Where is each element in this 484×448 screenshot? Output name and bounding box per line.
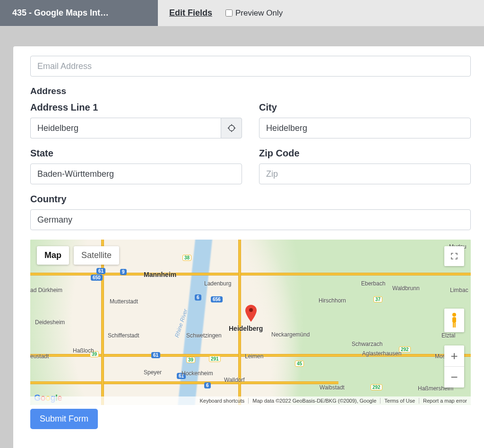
zoom-in-button[interactable]: +	[444, 345, 464, 366]
road-shield: 39	[186, 357, 195, 363]
autobahn-shield: 9	[120, 269, 127, 275]
svg-rect-9	[455, 323, 456, 327]
svg-rect-8	[453, 323, 454, 327]
zoom-control: + −	[444, 345, 464, 388]
zoom-out-button[interactable]: −	[444, 367, 464, 388]
road-shield: 37	[373, 296, 382, 302]
autobahn-shield: 61	[151, 352, 160, 358]
road-shield: 291	[209, 356, 221, 362]
map[interactable]: 61 650 9 6 656 61 61 6 38 39 39 291 37 2…	[30, 240, 471, 405]
autobahn-shield: 6	[195, 294, 201, 301]
form-card: Address Address Line 1	[13, 46, 484, 448]
autobahn-shield: 656	[211, 296, 223, 302]
fullscreen-icon	[450, 252, 458, 260]
keyboard-shortcuts-link[interactable]: Keyboard shortcuts	[196, 398, 248, 404]
address1-input[interactable]	[30, 118, 221, 138]
country-label: Country	[30, 194, 471, 205]
town-label: Leimen	[245, 353, 263, 360]
city-input[interactable]	[259, 118, 471, 138]
town-label: Hirschhorn	[319, 297, 346, 304]
preview-only-checkbox[interactable]	[225, 9, 233, 17]
town-label: eustadt	[30, 353, 49, 360]
preview-only-label: Preview Only	[235, 9, 283, 18]
preview-only-toggle[interactable]: Preview Only	[225, 9, 283, 18]
road-shield: 38	[182, 255, 191, 261]
town-label: Heidelberg	[229, 325, 263, 332]
locate-button[interactable]	[221, 118, 242, 138]
autobahn-shield: 650	[91, 275, 103, 281]
svg-point-6	[452, 313, 456, 317]
town-label: Hockenheim	[182, 370, 213, 377]
topbar: 435 - Google Maps Int… Edit Fields Previ…	[0, 0, 484, 26]
road	[30, 381, 338, 384]
town-label: Schwarzach	[352, 341, 382, 347]
road-shield: 45	[295, 361, 304, 367]
town-label: Schwetzingen	[186, 332, 222, 339]
town-label: Neckargemünd	[271, 331, 310, 338]
town-label: Aglasterhausen	[362, 350, 401, 357]
autobahn-shield: 61	[96, 268, 105, 274]
report-error-link[interactable]: Report a map error	[419, 398, 471, 404]
svg-point-0	[229, 125, 234, 131]
map-type-satellite-button[interactable]: Satellite	[74, 246, 119, 265]
town-label: Mannheim	[144, 271, 176, 278]
country-input[interactable]	[30, 209, 471, 230]
road-shield: 292	[371, 384, 382, 390]
town-label: Schifferstadt	[108, 332, 139, 339]
city-label: City	[259, 102, 471, 113]
town-label: Mutterstadt	[110, 298, 138, 305]
terms-link[interactable]: Terms of Use	[380, 398, 419, 404]
town-label: Limbac	[450, 287, 468, 293]
map-data-label: Map data ©2022 GeoBasis-DE/BKG (©2009), …	[248, 398, 380, 404]
zip-label: Zip Code	[259, 148, 471, 159]
town-label: Ladenburg	[204, 280, 231, 287]
email-input[interactable]	[30, 56, 471, 77]
state-input[interactable]	[30, 164, 242, 184]
state-label: State	[30, 148, 242, 159]
town-label: Speyer	[144, 369, 162, 376]
edit-fields-link[interactable]: Edit Fields	[169, 8, 212, 18]
map-footer: Keyboard shortcuts Map data ©2022 GeoBas…	[30, 396, 471, 405]
map-type-switch: Map Satellite	[37, 246, 119, 265]
streetview-pegman-button[interactable]	[444, 309, 464, 332]
fullscreen-button[interactable]	[444, 246, 464, 266]
town-label: ad Dürkheim	[30, 287, 62, 293]
address1-label: Address Line 1	[30, 102, 242, 113]
town-label: Eberbach	[361, 280, 385, 287]
town-label: Haßloch	[73, 347, 94, 354]
autobahn-shield: 6	[204, 382, 211, 388]
locate-icon	[227, 123, 236, 133]
town-label: Waldbrunn	[392, 285, 420, 292]
address-section-label: Address	[30, 86, 471, 96]
town-label: Walldorf	[224, 377, 245, 383]
town-label: Elztal	[441, 332, 455, 339]
submit-button[interactable]: Submit Form	[30, 409, 98, 429]
map-type-map-button[interactable]: Map	[37, 246, 69, 265]
town-label: Deidesheim	[35, 319, 65, 326]
town-label: Waibstadt	[320, 384, 345, 391]
page-title: 435 - Google Maps Int…	[0, 0, 158, 26]
zip-input[interactable]	[259, 164, 471, 184]
pegman-icon	[449, 312, 460, 328]
svg-rect-7	[452, 317, 456, 323]
